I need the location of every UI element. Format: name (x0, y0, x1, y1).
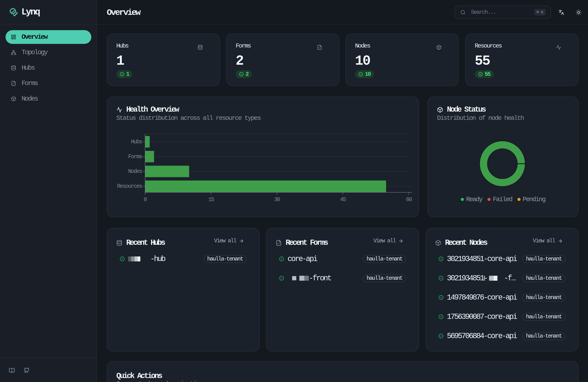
svg-text:Forms: Forms (128, 154, 142, 160)
svg-text:15: 15 (208, 197, 214, 203)
svg-text:45: 45 (340, 197, 346, 203)
svg-text:60: 60 (406, 197, 412, 203)
svg-text:Hubs: Hubs (131, 139, 142, 145)
svg-text:Resources: Resources (117, 183, 142, 189)
svg-text:0: 0 (144, 197, 147, 203)
svg-text:Nodes: Nodes (128, 168, 142, 175)
svg-text:30: 30 (274, 197, 280, 203)
